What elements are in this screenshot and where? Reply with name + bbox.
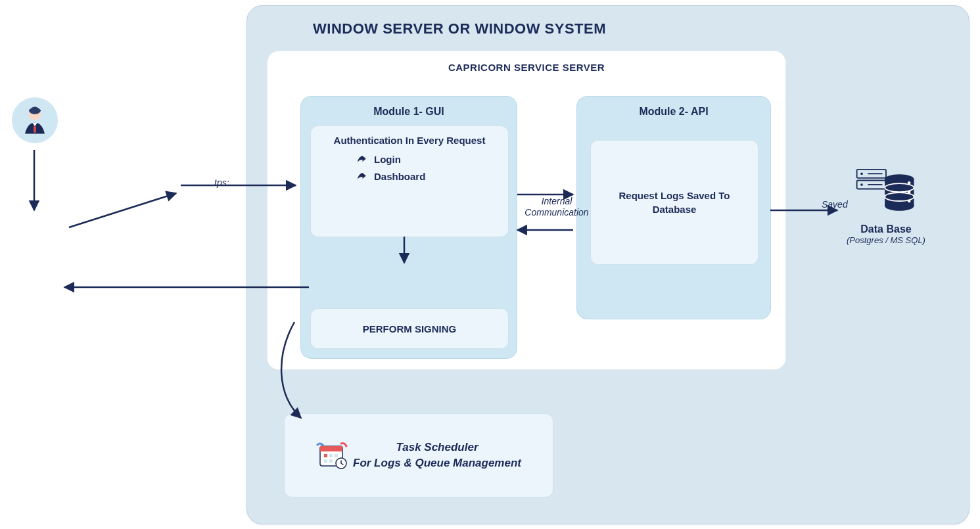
svg-point-24 xyxy=(908,200,911,203)
internal-communication-label: Internal Communication xyxy=(521,196,593,218)
svg-rect-2 xyxy=(324,454,327,457)
user-actor-icon xyxy=(12,97,58,143)
svg-point-22 xyxy=(908,181,911,185)
module-2-title: Module 2- API xyxy=(577,97,770,118)
window-server-title: WINDOW SERVER OR WINDOW SYSTEM xyxy=(247,6,969,37)
task-scheduler-box: Task Scheduler For Logs & Queue Manageme… xyxy=(284,413,553,497)
auth-item-label: Login xyxy=(374,154,401,165)
svg-rect-4 xyxy=(335,454,338,457)
auth-item-label: Dashboard xyxy=(374,171,425,182)
service-server-title: CAPRICORN SERVICE SERVER xyxy=(268,51,785,73)
task-scheduler-text: Task Scheduler For Logs & Queue Manageme… xyxy=(353,440,521,471)
database-subtitle: (Postgres / MS SQL) xyxy=(840,235,932,245)
module-1-gui: Module 1- GUI Authentication In Every Re… xyxy=(300,96,517,359)
auth-item-login: Login xyxy=(356,154,499,166)
svg-rect-1 xyxy=(320,446,342,451)
perform-signing-box: PERFORM SIGNING xyxy=(310,308,509,349)
svg-point-13 xyxy=(860,172,863,175)
svg-point-19 xyxy=(885,201,914,211)
request-logs-label: Request Logs Saved To Database xyxy=(604,189,745,216)
authentication-box: Authentication In Every Request Login Da… xyxy=(310,126,509,237)
calendar-scheduler-icon xyxy=(316,441,349,470)
svg-rect-5 xyxy=(324,459,327,463)
database-title: Data Base xyxy=(840,223,932,235)
https-label: tps: xyxy=(214,177,229,188)
database-server-icon xyxy=(853,168,919,217)
perform-signing-label: PERFORM SIGNING xyxy=(363,323,457,334)
svg-rect-3 xyxy=(329,454,333,457)
database-group: Data Base (Postgres / MS SQL) xyxy=(840,168,932,245)
request-logs-box: Request Logs Saved To Database xyxy=(590,140,758,265)
share-arrow-icon xyxy=(356,154,367,166)
auth-heading: Authentication In Every Request xyxy=(320,134,499,147)
svg-rect-6 xyxy=(329,459,333,463)
share-arrow-icon xyxy=(356,171,367,183)
module-2-api: Module 2- API Request Logs Saved To Data… xyxy=(576,96,771,319)
svg-rect-10 xyxy=(34,126,36,132)
svg-point-23 xyxy=(908,191,911,194)
window-server-container: WINDOW SERVER OR WINDOW SYSTEM CAPRICORN… xyxy=(246,5,969,524)
svg-line-26 xyxy=(69,193,176,227)
module-1-title: Module 1- GUI xyxy=(301,97,517,118)
auth-item-dashboard: Dashboard xyxy=(356,171,499,183)
svg-point-14 xyxy=(860,183,863,186)
